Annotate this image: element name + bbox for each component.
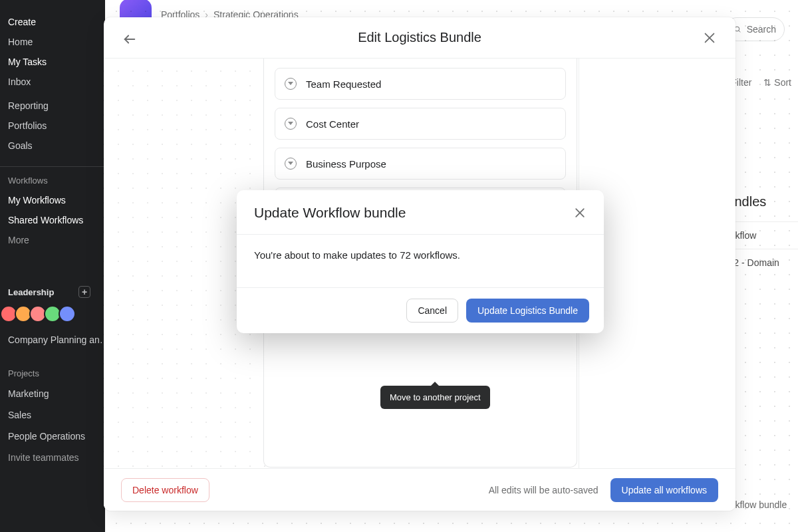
sidebar-item-reporting[interactable]: Reporting xyxy=(0,96,105,116)
autosave-message: All edits will be auto-saved xyxy=(489,485,598,495)
field-team-requested[interactable]: Team Requested xyxy=(275,68,566,100)
confirm-update-button[interactable]: Update Logistics Bundle xyxy=(466,299,589,323)
add-team-icon[interactable]: + xyxy=(78,286,90,298)
sidebar-project-marketing[interactable]: Marketing xyxy=(0,383,105,404)
edit-title: Edit Logistics Bundle xyxy=(358,30,481,45)
cancel-button[interactable]: Cancel xyxy=(406,299,458,323)
sidebar-team-header[interactable]: Leadership + xyxy=(0,277,105,301)
sidebar-item-shared-workflows[interactable]: Shared Workflows xyxy=(0,210,105,230)
sidebar-item-my-tasks[interactable]: My Tasks xyxy=(0,52,105,72)
sidebar-project-people-ops[interactable]: People Operations xyxy=(0,426,105,447)
field-business-purpose[interactable]: Business Purpose xyxy=(275,148,566,180)
dropdown-icon xyxy=(285,158,297,170)
dropdown-icon xyxy=(285,118,297,130)
sidebar-item-inbox[interactable]: Inbox xyxy=(0,72,105,92)
confirm-title: Update Workflow bundle xyxy=(254,205,406,221)
close-icon[interactable] xyxy=(702,31,717,45)
sidebar-item-my-workflows[interactable]: My Workflows xyxy=(0,190,105,210)
update-all-workflows-button[interactable]: Update all workflows xyxy=(610,478,718,502)
sidebar-project-sales[interactable]: Sales xyxy=(0,404,105,426)
edit-header: Edit Logistics Bundle xyxy=(104,17,735,59)
confirm-message: You're about to make updates to 72 workf… xyxy=(254,235,587,261)
sidebar-invite[interactable]: Invite teammates xyxy=(0,447,105,468)
sidebar: Create Home My Tasks Inbox Reporting Por… xyxy=(0,0,105,532)
sidebar-avatars xyxy=(0,301,105,329)
field-label: Cost Center xyxy=(306,118,359,130)
sidebar-heading-projects: Projects xyxy=(0,364,105,383)
field-label: Team Requested xyxy=(306,78,381,90)
delete-workflow-button[interactable]: Delete workflow xyxy=(121,478,209,502)
tooltip: Move to another project xyxy=(380,386,490,409)
sidebar-item-create[interactable]: Create xyxy=(0,12,105,32)
field-label: Business Purpose xyxy=(306,158,386,170)
sidebar-project[interactable]: Company Planning an… xyxy=(0,329,105,350)
sidebar-item-goals[interactable]: Goals xyxy=(0,136,105,156)
sidebar-team-name: Leadership xyxy=(8,287,54,297)
field-cost-center[interactable]: Cost Center xyxy=(275,108,566,140)
sidebar-item-more[interactable]: More xyxy=(0,230,105,250)
confirm-modal: Update Workflow bundle You're about to m… xyxy=(237,190,604,333)
sidebar-heading-workflows: Workflows xyxy=(0,171,105,190)
back-icon[interactable] xyxy=(122,32,137,47)
avatar[interactable] xyxy=(59,305,76,323)
close-icon[interactable] xyxy=(573,206,587,219)
sidebar-item-home[interactable]: Home xyxy=(0,32,105,52)
edit-footer: Delete workflow All edits will be auto-s… xyxy=(104,468,735,511)
dropdown-icon xyxy=(285,78,297,90)
sidebar-item-portfolios[interactable]: Portfolios xyxy=(0,116,105,136)
